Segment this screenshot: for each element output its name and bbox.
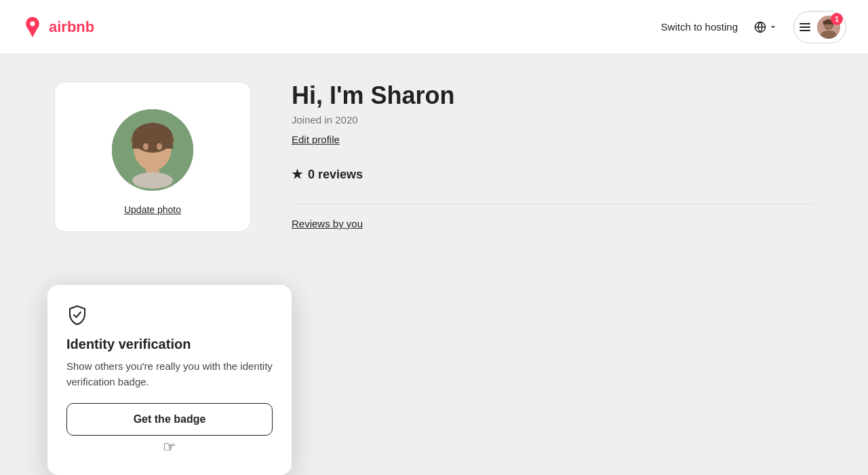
notification-badge: 1 — [831, 13, 843, 25]
verification-title: Identity verification — [66, 337, 273, 352]
right-panel: Hi, I'm Sharon Joined in 2020 Edit profi… — [292, 81, 814, 448]
shield-icon-wrap — [66, 304, 273, 328]
star-icon: ★ — [292, 167, 302, 182]
edit-profile-link[interactable]: Edit profile — [292, 134, 340, 145]
update-photo-link[interactable]: Update photo — [124, 204, 181, 215]
header: airbnb Switch to hosting — [0, 0, 868, 54]
verification-description: Show others you're really you with the i… — [66, 359, 273, 390]
globe-icon — [754, 21, 766, 33]
reviews-section: ★ 0 reviews — [292, 167, 814, 182]
verification-popup: Identity verification Show others you're… — [47, 285, 292, 475]
logo[interactable]: airbnb — [22, 16, 94, 38]
user-menu-button[interactable]: 1 — [793, 11, 846, 43]
reviews-count: 0 reviews — [308, 168, 363, 182]
globe-language-button[interactable] — [749, 16, 783, 39]
main-content: Update photo Identity verification Show … — [0, 54, 868, 475]
header-right: Switch to hosting — [661, 11, 846, 43]
switch-hosting-link[interactable]: Switch to hosting — [661, 21, 738, 33]
profile-photo-image — [112, 109, 193, 191]
cursor-indicator: ☞ — [163, 438, 176, 456]
reviews-by-you-link[interactable]: Reviews by you — [292, 218, 363, 229]
get-badge-button[interactable]: Get the badge — [66, 403, 273, 436]
chevron-down-icon — [769, 23, 777, 31]
divider — [292, 204, 814, 204]
airbnb-logo-icon — [22, 16, 43, 38]
svg-point-10 — [132, 172, 173, 189]
joined-date: Joined in 2020 — [292, 114, 814, 126]
shield-check-icon — [66, 304, 88, 326]
hamburger-icon — [800, 23, 810, 31]
profile-card: Update photo — [54, 81, 251, 232]
svg-point-11 — [143, 143, 149, 150]
logo-text: airbnb — [49, 18, 94, 36]
profile-greeting: Hi, I'm Sharon — [292, 81, 814, 110]
left-panel: Update photo Identity verification Show … — [54, 81, 251, 448]
svg-point-12 — [157, 143, 162, 150]
profile-photo — [112, 109, 193, 191]
